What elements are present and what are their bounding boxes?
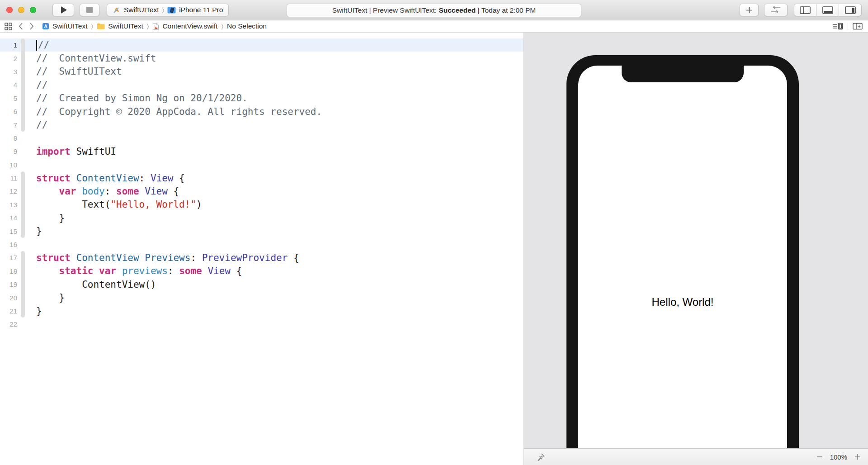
add-editor-button[interactable]: [853, 22, 863, 30]
fold-ribbon: [21, 132, 25, 145]
code-line[interactable]: 15}: [0, 224, 524, 237]
zoom-out-button[interactable]: [816, 454, 823, 460]
fold-ribbon: [21, 145, 25, 158]
editor-options-icon: [832, 22, 843, 30]
line-number[interactable]: 19: [0, 280, 17, 288]
line-number[interactable]: 3: [0, 68, 17, 76]
code-line[interactable]: 13 Text("Hello, World!"): [0, 198, 524, 211]
line-number[interactable]: 5: [0, 95, 17, 102]
line-number[interactable]: 16: [0, 241, 17, 248]
activity-status-bar: SwiftUIText | Preview SwiftUIText: Succe…: [287, 4, 581, 17]
close-window-button[interactable]: [6, 7, 13, 13]
panel-toggle-group: [794, 4, 862, 16]
line-number[interactable]: 13: [0, 201, 17, 209]
line-number[interactable]: 10: [0, 161, 17, 169]
fold-ribbon: [21, 171, 25, 185]
code-line[interactable]: 12 var body: some View {: [0, 185, 524, 198]
svg-text:A: A: [44, 24, 47, 29]
fold-ribbon: [21, 118, 25, 131]
code-line[interactable]: 10: [0, 158, 524, 171]
line-number[interactable]: 8: [0, 134, 17, 142]
preview-canvas: Hello, World!: [524, 33, 868, 465]
code-line[interactable]: 7//: [0, 118, 524, 131]
line-number[interactable]: 17: [0, 254, 17, 261]
line-number[interactable]: 20: [0, 294, 17, 302]
app-scheme-icon: A: [113, 6, 121, 14]
jump-bar-divider: [848, 23, 848, 30]
code-line[interactable]: 19 ContentView(): [0, 278, 524, 291]
scheme-selector[interactable]: A SwiftUIText 〉 iPhone 11 Pro: [107, 4, 229, 16]
code-line[interactable]: 4//: [0, 78, 524, 91]
line-number[interactable]: 9: [0, 147, 17, 155]
line-number[interactable]: 4: [0, 81, 17, 89]
line-number[interactable]: 7: [0, 121, 17, 129]
breadcrumb-selection[interactable]: No Selection: [227, 22, 267, 30]
code-line[interactable]: 5// Created by Simon Ng on 20/1/2020.: [0, 92, 524, 105]
left-panel-icon: [800, 6, 811, 14]
code-line[interactable]: 9import SwiftUI: [0, 145, 524, 158]
code-line[interactable]: 17struct ContentView_Previews: PreviewPr…: [0, 251, 524, 264]
main-content: 1//2// ContentView.swift3// SwiftUIText4…: [0, 33, 868, 465]
fold-ribbon: [21, 198, 25, 211]
fold-ribbon: [21, 291, 25, 304]
line-number[interactable]: 22: [0, 320, 17, 328]
code-text: // Copyright © 2020 AppCoda. All rights …: [25, 106, 322, 117]
code-line[interactable]: 1//: [0, 38, 524, 52]
code-line[interactable]: 8: [0, 132, 524, 145]
line-number[interactable]: 21: [0, 307, 17, 315]
line-number[interactable]: 1: [0, 41, 17, 49]
version-editor-button[interactable]: [764, 4, 788, 16]
code-text: //: [25, 39, 49, 51]
code-line[interactable]: 14 }: [0, 211, 524, 224]
fold-ribbon: [21, 211, 25, 224]
breadcrumb-project[interactable]: A SwiftUIText: [42, 22, 88, 30]
add-editor-icon: [853, 22, 863, 30]
pin-icon: [537, 453, 545, 461]
code-line[interactable]: 22: [0, 318, 524, 331]
line-number[interactable]: 11: [0, 174, 17, 182]
line-number[interactable]: 2: [0, 55, 17, 62]
go-forward-button[interactable]: [29, 23, 34, 30]
toggle-inspector-button[interactable]: [839, 4, 862, 16]
iphone-preview-device: Hello, World!: [566, 55, 799, 465]
status-result: Succeeded: [439, 6, 476, 14]
library-add-button[interactable]: [740, 4, 759, 16]
breadcrumb-label: No Selection: [227, 22, 267, 30]
code-line[interactable]: 20 }: [0, 291, 524, 304]
go-back-button[interactable]: [19, 23, 23, 30]
toggle-navigator-button[interactable]: [794, 4, 816, 16]
related-items-button[interactable]: [5, 23, 12, 30]
pin-preview-button[interactable]: [537, 453, 545, 461]
toggle-debug-area-button[interactable]: [816, 4, 839, 16]
editor-options-button[interactable]: [832, 22, 843, 30]
minimize-window-button[interactable]: [18, 7, 24, 13]
code-text: //: [25, 80, 47, 90]
breadcrumb-separator: 〉: [91, 23, 94, 30]
zoom-in-button[interactable]: [854, 454, 861, 460]
zoom-window-button[interactable]: [30, 7, 36, 13]
run-button[interactable]: [52, 4, 74, 16]
code-text: //: [25, 119, 47, 130]
code-line[interactable]: 18 static var previews: some View {: [0, 265, 524, 278]
line-number[interactable]: 18: [0, 267, 17, 275]
fold-ribbon: [21, 265, 25, 278]
code-line[interactable]: 3// SwiftUIText: [0, 65, 524, 78]
line-number[interactable]: 15: [0, 228, 17, 235]
iphone-screen[interactable]: Hello, World!: [578, 66, 787, 465]
code-text: ContentView(): [25, 279, 156, 290]
code-line[interactable]: 6// Copyright © 2020 AppCoda. All rights…: [0, 105, 524, 118]
code-text: Text("Hello, World!"): [25, 199, 202, 210]
code-line[interactable]: 21}: [0, 304, 524, 318]
source-editor[interactable]: 1//2// ContentView.swift3// SwiftUIText4…: [0, 33, 524, 465]
code-line[interactable]: 11struct ContentView: View {: [0, 171, 524, 185]
code-line[interactable]: 2// ContentView.swift: [0, 52, 524, 65]
line-number[interactable]: 14: [0, 214, 17, 222]
line-number[interactable]: 12: [0, 187, 17, 195]
stop-button[interactable]: [80, 4, 99, 16]
line-number[interactable]: 6: [0, 108, 17, 115]
jump-bar-right: [832, 22, 863, 30]
breadcrumb-separator: 〉: [147, 23, 149, 30]
code-line[interactable]: 16: [0, 238, 524, 251]
breadcrumb-group[interactable]: SwiftUIText: [97, 22, 143, 30]
breadcrumb-file[interactable]: ContentView.swift: [152, 22, 217, 30]
